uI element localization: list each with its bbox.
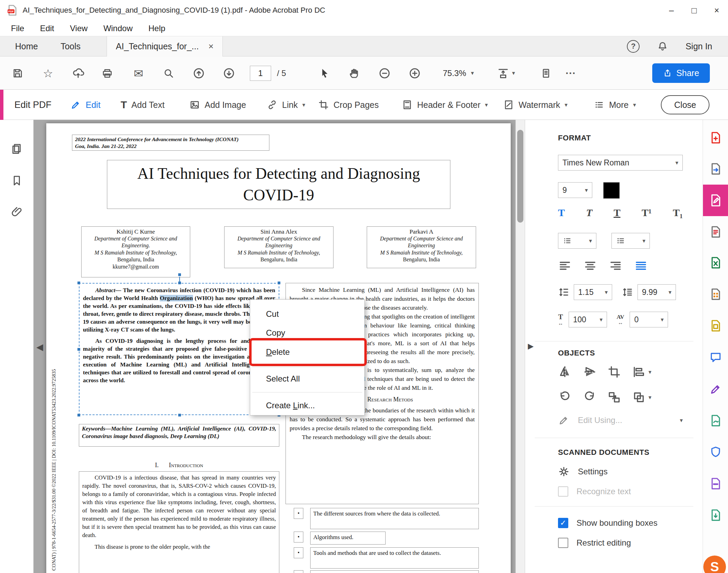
keywords-block[interactable]: Keywords—Machine Learning (ML), Artifici… xyxy=(79,424,279,447)
author-block-3[interactable]: Parkavi A Department of Computer Science… xyxy=(367,226,476,268)
help-icon[interactable]: ? xyxy=(627,40,640,53)
bold-button[interactable]: T xyxy=(558,208,565,218)
more-dropdown[interactable]: More ▾ xyxy=(594,90,636,120)
bullet-list-dropdown[interactable]: ▾ xyxy=(558,233,596,249)
flip-horizontal-button[interactable] xyxy=(558,365,572,379)
superscript-button[interactable]: T¹ xyxy=(642,208,652,218)
share-button[interactable]: Share xyxy=(652,63,710,83)
horizontal-scale-dropdown[interactable]: 100 ▾ xyxy=(569,312,607,327)
replace-image-button[interactable] xyxy=(607,390,621,404)
close-window-button[interactable]: × xyxy=(705,0,728,21)
show-bounding-boxes-checkbox-checked[interactable]: ✓ xyxy=(558,518,568,528)
hand-tool-button[interactable] xyxy=(343,62,365,84)
subscript-button[interactable]: T₁ xyxy=(673,208,683,218)
link-dropdown[interactable]: Link ▾ xyxy=(267,90,305,120)
panel-collapse-arrow[interactable]: ▶ xyxy=(528,342,534,351)
selection-handle[interactable] xyxy=(77,281,81,285)
combine-files-tool[interactable] xyxy=(708,318,724,334)
add-image-button[interactable]: Add Image xyxy=(189,90,246,120)
page-thumbnails-button[interactable] xyxy=(11,142,23,155)
document-viewer[interactable]: 2022 International Conference for Advanc… xyxy=(34,120,525,573)
export-excel-tool[interactable] xyxy=(708,255,724,271)
redact-tool[interactable] xyxy=(708,476,724,491)
font-size-dropdown[interactable]: 9 ▾ xyxy=(558,182,592,198)
request-signatures-tool[interactable] xyxy=(708,413,724,428)
menu-view[interactable]: View xyxy=(70,24,88,33)
conference-header-block[interactable]: 2022 International Conference for Advanc… xyxy=(72,135,269,151)
line-spacing-dropdown[interactable]: 1.15 ▾ xyxy=(574,284,612,300)
edit-pdf-tool-active[interactable] xyxy=(703,185,728,216)
restrict-editing-checkbox[interactable] xyxy=(558,538,568,548)
tab-home[interactable]: Home xyxy=(15,41,38,51)
numbered-list-dropdown[interactable]: ▾ xyxy=(611,233,650,249)
previous-page-button[interactable] xyxy=(188,62,210,84)
zoom-level-dropdown[interactable]: 75.3% ▾ xyxy=(443,57,474,90)
selection-handle[interactable] xyxy=(178,413,181,417)
bookmarks-button[interactable] xyxy=(11,174,23,187)
search-button[interactable] xyxy=(158,62,180,84)
maximize-button[interactable]: □ xyxy=(683,0,705,21)
previous-page-arrow[interactable]: ◀ xyxy=(36,342,43,352)
page-number-input[interactable]: 1 xyxy=(250,66,271,81)
page-display-button[interactable] xyxy=(535,62,557,84)
protect-tool[interactable] xyxy=(708,444,724,460)
header-footer-dropdown[interactable]: Header & Footer ▾ xyxy=(402,90,488,120)
email-button[interactable]: ✉ xyxy=(128,62,149,84)
context-menu-item-select-all[interactable]: Select All xyxy=(250,370,364,388)
edit-tool-button[interactable]: Edit xyxy=(70,90,100,120)
paragraph-spacing-dropdown[interactable]: 9.99 ▾ xyxy=(638,284,676,300)
bullet-marker-box[interactable]: • xyxy=(294,532,303,543)
scrollbar-thumb[interactable] xyxy=(517,130,523,223)
font-color-swatch[interactable] xyxy=(603,182,620,199)
organize-pages-tool[interactable] xyxy=(708,286,724,302)
introduction-block[interactable]: COVID-19 is a infectious disease, that h… xyxy=(79,471,279,573)
star-button[interactable]: ☆ xyxy=(37,62,59,84)
rotation-handle[interactable] xyxy=(178,273,181,276)
font-family-dropdown[interactable]: Times New Roman ▾ xyxy=(558,155,683,171)
author-block-1[interactable]: Kshitij C Kurne Department of Computer S… xyxy=(81,226,190,277)
menu-file[interactable]: File xyxy=(11,24,24,33)
underline-button[interactable]: T xyxy=(614,208,620,218)
align-objects-dropdown[interactable]: ▾ xyxy=(632,365,652,379)
edit-using-row[interactable]: Edit Using... ▾ xyxy=(558,414,683,426)
zoom-out-button[interactable] xyxy=(374,62,396,84)
watermark-dropdown[interactable]: Watermark ▾ xyxy=(503,90,568,120)
selection-handle[interactable] xyxy=(77,413,81,417)
context-menu-item-cut[interactable]: Cut xyxy=(250,305,364,323)
crop-object-button[interactable] xyxy=(607,365,621,379)
rotate-cw-button[interactable] xyxy=(583,390,596,404)
create-form-tool[interactable] xyxy=(708,224,724,240)
bullet-marker-box[interactable]: • xyxy=(294,570,303,573)
upload-cloud-button[interactable] xyxy=(67,62,89,84)
paper-title-block[interactable]: AI Techniques for Detecting and Diagnosi… xyxy=(107,160,450,209)
notifications-bell-icon[interactable] xyxy=(657,40,668,52)
select-tool-button[interactable] xyxy=(313,62,335,84)
bullet-item-3[interactable]: Tools and methods that are used to colle… xyxy=(310,547,479,569)
align-right-button[interactable] xyxy=(609,259,622,273)
arrange-objects-dropdown[interactable]: ▾ xyxy=(632,390,652,404)
flip-vertical-button[interactable] xyxy=(583,365,596,379)
export-pdf-tool[interactable] xyxy=(708,161,724,177)
menu-help[interactable]: Help xyxy=(148,24,165,33)
bullet-marker-box[interactable]: • xyxy=(294,508,303,519)
settings-row[interactable]: Settings xyxy=(558,466,608,477)
minimize-button[interactable]: – xyxy=(660,0,683,21)
fill-sign-tool[interactable] xyxy=(708,381,724,397)
more-tools-button[interactable]: ··· xyxy=(566,57,576,90)
context-menu-item-create-link[interactable]: Create Link... xyxy=(250,397,364,414)
align-left-button[interactable] xyxy=(558,259,572,273)
save-button[interactable] xyxy=(7,62,28,84)
zoom-in-button[interactable] xyxy=(404,62,426,84)
rotate-ccw-button[interactable] xyxy=(558,390,572,404)
selection-handle[interactable] xyxy=(178,281,181,285)
bullet-item-4[interactable]: Techniques used for getting the result xyxy=(310,570,479,573)
kerning-dropdown[interactable]: 0 ▾ xyxy=(630,312,668,327)
create-pdf-tool[interactable] xyxy=(708,130,724,146)
crop-pages-button[interactable]: Crop Pages xyxy=(318,90,379,120)
bullet-item-2[interactable]: Algorithms used. xyxy=(310,532,386,545)
compress-pdf-tool[interactable] xyxy=(708,507,724,523)
align-center-button[interactable] xyxy=(583,259,597,273)
author-block-2[interactable]: Sini Anna Alex Department of Computer Sc… xyxy=(224,226,333,268)
attachments-button[interactable] xyxy=(11,205,23,218)
next-page-button[interactable] xyxy=(218,62,240,84)
